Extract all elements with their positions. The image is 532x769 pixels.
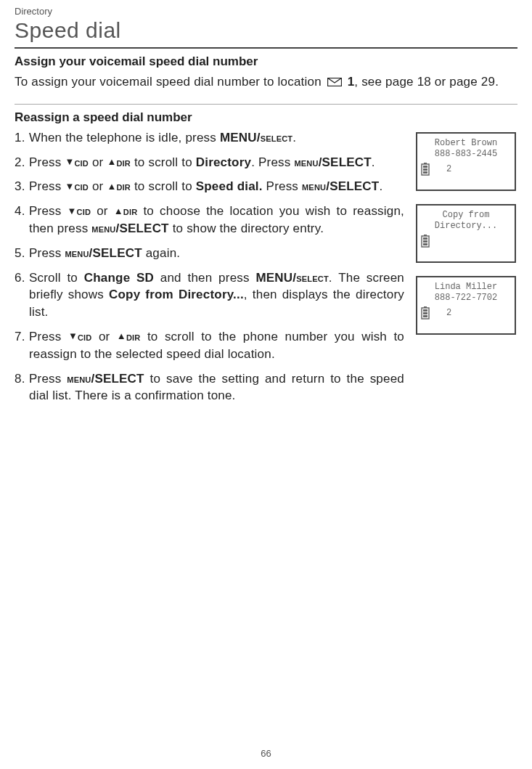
lcd-line-blank [420, 176, 512, 187]
lcd-line: Copy from [420, 210, 512, 221]
lcd-status-row: 2 [420, 306, 512, 320]
svg-rect-8 [423, 237, 427, 240]
battery-icon [420, 235, 430, 248]
text-fragment: or [91, 204, 114, 218]
svg-rect-13 [423, 309, 427, 312]
bold-text: Directory [196, 155, 251, 169]
bold-text: Change SD [84, 271, 154, 285]
bold-text: Speed dial. [196, 179, 263, 193]
down-arrow-icon: ▼ [67, 205, 77, 218]
text-fragment: or [92, 330, 117, 343]
step-item: When the telephone is idle, press MENU/s… [15, 129, 404, 147]
bold-text: /SELECT [89, 246, 142, 260]
lcd-line: Robert Brown [420, 138, 512, 149]
step-item: Press ▼cid or ▲dir to scroll to Speed di… [15, 178, 404, 195]
svg-rect-5 [423, 171, 427, 174]
bold-text: Copy from Directory... [109, 288, 244, 301]
battery-icon [420, 163, 430, 176]
key-label: select [296, 272, 329, 284]
up-arrow-icon: ▲ [107, 180, 116, 193]
speed-dial-number: 2 [446, 308, 451, 318]
key-label: menu [91, 222, 115, 235]
text-fragment: To assign your voicemail speed dial numb… [15, 75, 325, 89]
lcd-status-row [420, 235, 512, 248]
svg-rect-14 [423, 312, 427, 314]
section1-heading: Assign your voicemail speed dial number [15, 54, 517, 69]
key-label: cid [74, 180, 89, 192]
key-label: menu [294, 156, 318, 168]
text-fragment: . [379, 179, 382, 193]
envelope-icon [327, 78, 342, 86]
section-separator [15, 104, 517, 105]
text-fragment: , see page 18 or page 29. [354, 75, 499, 89]
text-fragment: Press [29, 372, 67, 386]
step-item: Press ▼cid or ▲dir to scroll to Director… [15, 154, 404, 171]
title-rule [15, 47, 517, 49]
breadcrumb: Directory [15, 6, 517, 17]
svg-rect-9 [423, 240, 427, 243]
bold-text: MENU/ [255, 271, 296, 285]
section2-heading: Reassign a speed dial number [15, 110, 517, 125]
bold-text: /SELECT [116, 221, 169, 235]
bold-text: MENU/ [220, 131, 261, 145]
bold-text: /SELECT [319, 155, 372, 169]
key-label: menu [65, 247, 89, 259]
bold-text: /SELECT [326, 179, 379, 193]
text-fragment: Scroll to [29, 271, 84, 285]
svg-rect-15 [423, 315, 427, 317]
key-label: cid [78, 330, 92, 343]
steps-list: When the telephone is idle, press MENU/s… [15, 129, 404, 404]
svg-rect-4 [423, 168, 427, 171]
up-arrow-icon: ▲ [117, 330, 126, 343]
lcd-screen: Linda Miller888-722-77022 [416, 276, 516, 335]
text-fragment: Press [29, 204, 67, 218]
up-arrow-icon: ▲ [114, 205, 123, 218]
text-fragment: again. [142, 246, 180, 260]
key-label: menu [67, 373, 91, 385]
text-fragment: Press [29, 330, 68, 343]
text-fragment: or [89, 155, 107, 169]
lcd-line-blank [420, 248, 512, 259]
lcd-status-row: 2 [420, 163, 512, 176]
step-item: Press ▼cid or ▲dir to choose the locatio… [15, 203, 404, 237]
battery-icon [420, 306, 430, 320]
step-item: Scroll to Change SD and then press MENU/… [15, 269, 404, 321]
text-fragment: Press [29, 246, 65, 260]
text-fragment: Press [29, 179, 65, 193]
text-fragment: Press [29, 155, 65, 169]
lcd-screen: Copy fromDirectory... [416, 204, 516, 263]
down-arrow-icon: ▼ [65, 180, 74, 193]
key-label: dir [123, 205, 138, 217]
text-fragment: to scroll to [131, 179, 196, 193]
svg-rect-3 [423, 166, 427, 168]
down-arrow-icon: ▼ [68, 330, 78, 343]
text-fragment: and then press [154, 271, 255, 285]
text-fragment: . [372, 155, 375, 169]
svg-rect-10 [423, 243, 427, 245]
lcd-screen: Robert Brown888-883-24452 [416, 132, 516, 191]
section1-text: To assign your voicemail speed dial numb… [15, 73, 517, 91]
text-fragment: . [292, 131, 296, 145]
down-arrow-icon: ▼ [65, 155, 74, 168]
text-fragment: When the telephone is idle, press [29, 131, 220, 145]
lcd-line: 888-883-2445 [420, 149, 512, 160]
page-title: Speed dial [15, 18, 517, 43]
key-label: cid [77, 205, 91, 217]
up-arrow-icon: ▲ [107, 155, 116, 168]
lcd-line: Linda Miller [420, 282, 512, 293]
lcd-line: 888-722-7702 [420, 293, 512, 304]
text-fragment: Press [263, 179, 302, 193]
text-fragment: to scroll to [131, 155, 196, 169]
text-fragment: or [89, 179, 107, 193]
lcd-line: Directory... [420, 221, 512, 232]
text-fragment: to show the directory entry. [169, 221, 324, 235]
key-label: select [261, 131, 293, 144]
lcd-line-blank [420, 320, 512, 330]
page-number: 66 [261, 748, 271, 759]
step-item: Press ▼cid or ▲dir to scroll to the phon… [15, 328, 404, 363]
text-fragment: . Press [251, 155, 294, 169]
key-label: dir [116, 156, 131, 168]
step-item: Press menu/SELECT again. [15, 245, 404, 262]
bold-text: /SELECT [91, 372, 144, 386]
speed-dial-number: 2 [446, 164, 451, 174]
